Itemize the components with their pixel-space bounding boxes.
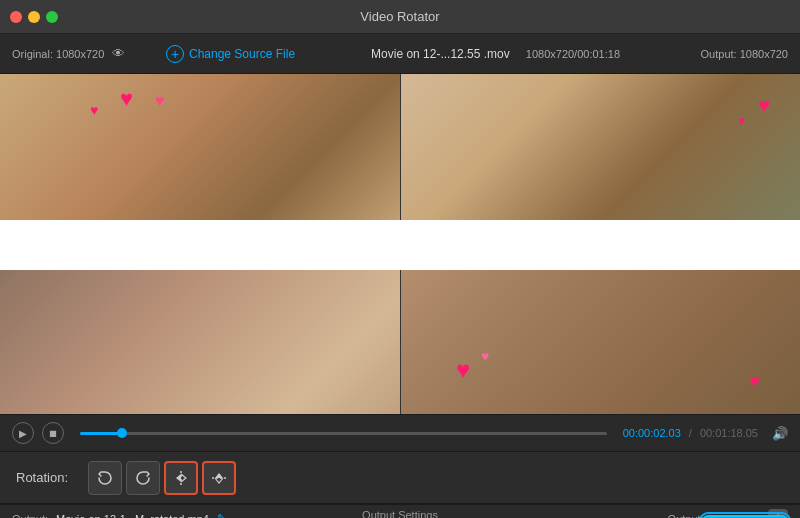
heart-decoration: ♥ [120, 86, 133, 112]
video-cell-bottom-right: ♥ ♥ ♥ [400, 244, 800, 414]
bottom-bar: Output Settings Output: Movie on 12-1...… [0, 504, 800, 518]
file-info: 1080x720/00:01:18 [526, 48, 620, 60]
rotate-ccw-icon [96, 469, 114, 487]
rotate-cw-button[interactable] [126, 461, 160, 495]
heart-decoration: ♥ [758, 94, 770, 117]
top-bar: Original: 1080x720 👁 + Change Source Fil… [0, 34, 800, 74]
heart-decoration: ♥ [738, 114, 745, 128]
heart-decoration: ♥ [155, 92, 165, 110]
change-source-label: Change Source File [189, 47, 295, 61]
progress-track[interactable] [80, 432, 607, 435]
progress-thumb[interactable] [117, 428, 127, 438]
minimize-button[interactable] [28, 11, 40, 23]
output-resolution: Output: 1080x720 [688, 48, 788, 60]
flip-horizontal-button[interactable] [164, 461, 198, 495]
heart-decoration: ♥ [481, 348, 489, 364]
maximize-button[interactable] [46, 11, 58, 23]
time-separator: / [689, 427, 692, 439]
original-resolution: Original: 1080x720 [12, 48, 104, 60]
output-filename: Movie on 12-1...M_ratated.mp4 [56, 513, 209, 519]
progress-fill [80, 432, 122, 435]
top-bar-center: Movie on 12-...12.55 .mov 1080x720/00:01… [319, 47, 672, 61]
rotate-cw-icon [134, 469, 152, 487]
video-cell-top-right: ♥ ♥ [400, 74, 800, 244]
heart-decoration: ♥ [749, 371, 760, 392]
rotate-ccw-button[interactable] [88, 461, 122, 495]
play-button[interactable]: ▶ [12, 422, 34, 444]
time-current: 00:00:02.03 [623, 427, 681, 439]
window-title: Video Rotator [360, 9, 439, 24]
time-total: 00:01:18.05 [700, 427, 758, 439]
video-cell-bottom-left [0, 244, 400, 414]
video-preview-area: ♥ ♥ ♥ ♥ ♥ ♥ ♥ ♥ [0, 74, 800, 414]
file-name: Movie on 12-...12.55 .mov [371, 47, 510, 61]
output-settings-label: Output Settings [362, 509, 438, 518]
flip-horizontal-icon [172, 469, 190, 487]
output-settings-label-right: Output: [668, 513, 704, 519]
controls-bar: ▶ ⏹ 00:00:02.03 / 00:01:18.05 🔊 [0, 414, 800, 452]
top-bar-left: Original: 1080x720 👁 [12, 46, 142, 61]
close-button[interactable] [10, 11, 22, 23]
output-label: Output: [12, 513, 48, 519]
edit-icon[interactable]: ✎ [217, 512, 226, 518]
rotation-label: Rotation: [16, 470, 76, 485]
title-bar: Video Rotator [0, 0, 800, 34]
volume-icon[interactable]: 🔊 [772, 426, 788, 441]
traffic-lights [10, 11, 58, 23]
plus-circle-icon: + [166, 45, 184, 63]
rotation-buttons [88, 461, 236, 495]
stop-button[interactable]: ⏹ [42, 422, 64, 444]
rotation-bar: Rotation: [0, 452, 800, 504]
heart-decoration: ♥ [456, 356, 470, 384]
heart-decoration: ♥ [90, 102, 98, 118]
flip-vertical-button[interactable] [202, 461, 236, 495]
video-cell-top-left: ♥ ♥ ♥ [0, 74, 400, 244]
flip-vertical-icon [210, 469, 228, 487]
eye-icon[interactable]: 👁 [112, 46, 125, 61]
change-source-button[interactable]: + Change Source File [158, 42, 303, 66]
